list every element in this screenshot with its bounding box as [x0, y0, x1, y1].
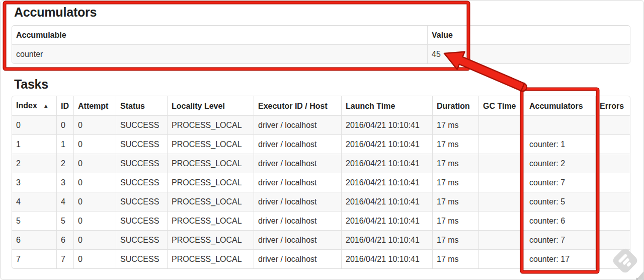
spark-stage-page: Accumulators Accumulable Value counter 4…: [0, 0, 644, 269]
cell-duration: 17 ms: [432, 192, 478, 211]
table-row: counter 45: [12, 44, 630, 63]
cell-launch-time: 2016/04/21 10:10:41: [341, 134, 432, 154]
cell-locality: PROCESS_LOCAL: [167, 154, 254, 173]
cell-executor: driver / localhost: [254, 173, 341, 192]
cell-index: 0: [12, 115, 56, 134]
tasks-header-duration[interactable]: Duration: [432, 96, 478, 115]
cell-attempt: 0: [73, 115, 116, 134]
cell-index: 1: [12, 134, 56, 154]
cell-executor: driver / localhost: [254, 154, 341, 173]
cell-attempt: 0: [73, 173, 116, 192]
cell-index: 5: [12, 211, 56, 230]
cell-launch-time: 2016/04/21 10:10:41: [341, 115, 432, 134]
tasks-header-locality-level[interactable]: Locality Level: [167, 96, 254, 115]
cell-attempt: 0: [73, 249, 116, 268]
table-row: 7 7 0 SUCCESS PROCESS_LOCAL driver / loc…: [12, 249, 630, 268]
cell-attempt: 0: [73, 211, 116, 230]
tasks-header-status[interactable]: Status: [116, 96, 167, 115]
tasks-header-index[interactable]: Index▲: [12, 96, 56, 115]
cell-accumulators: [525, 115, 595, 134]
tasks-header-launch-time[interactable]: Launch Time: [341, 96, 432, 115]
tasks-header-attempt[interactable]: Attempt: [73, 96, 116, 115]
tasks-header-executor-id-host[interactable]: Executor ID / Host: [254, 96, 341, 115]
table-row: 6 6 0 SUCCESS PROCESS_LOCAL driver / loc…: [12, 230, 630, 249]
tasks-header-row: Index▲ ID Attempt Status Locality Level …: [12, 96, 630, 115]
cell-accumulators: counter: 2: [525, 154, 595, 173]
table-row: 1 1 0 SUCCESS PROCESS_LOCAL driver / loc…: [12, 134, 630, 154]
cell-gc-time: [478, 211, 525, 230]
cell-gc-time: [478, 249, 525, 268]
cell-value: 45: [427, 44, 630, 63]
cell-duration: 17 ms: [432, 211, 478, 230]
cell-accumulators: counter: 7: [525, 173, 595, 192]
cell-attempt: 0: [73, 154, 116, 173]
cell-executor: driver / localhost: [254, 115, 341, 134]
cell-index: 7: [12, 249, 56, 268]
cell-locality: PROCESS_LOCAL: [167, 173, 254, 192]
cell-executor: driver / localhost: [254, 211, 341, 230]
cell-errors: [595, 173, 630, 192]
cell-locality: PROCESS_LOCAL: [167, 115, 254, 134]
cell-errors: [595, 115, 630, 134]
cell-errors: [595, 134, 630, 154]
tasks-header-gc-time[interactable]: GC Time: [478, 96, 525, 115]
table-row: 0 0 0 SUCCESS PROCESS_LOCAL driver / loc…: [12, 115, 630, 134]
cell-status: SUCCESS: [116, 192, 167, 211]
cell-executor: driver / localhost: [254, 192, 341, 211]
tasks-header-id[interactable]: ID: [56, 96, 73, 115]
cell-id: 1: [56, 134, 73, 154]
tasks-header-errors[interactable]: Errors: [595, 96, 630, 115]
cell-executor: driver / localhost: [254, 230, 341, 249]
cell-duration: 17 ms: [432, 230, 478, 249]
cell-gc-time: [478, 115, 525, 134]
cell-id: 2: [56, 154, 73, 173]
cell-id: 7: [56, 249, 73, 268]
cell-status: SUCCESS: [116, 249, 167, 268]
table-row: 3 3 0 SUCCESS PROCESS_LOCAL driver / loc…: [12, 173, 630, 192]
cell-accumulators: counter: 6: [525, 211, 595, 230]
cell-gc-time: [478, 154, 525, 173]
cell-duration: 17 ms: [432, 249, 478, 268]
cell-index: 3: [12, 173, 56, 192]
cell-id: 3: [56, 173, 73, 192]
cell-status: SUCCESS: [116, 211, 167, 230]
cell-attempt: 0: [73, 230, 116, 249]
tasks-header-accumulators[interactable]: Accumulators: [525, 96, 595, 115]
tasks-section-title: Tasks: [14, 77, 630, 91]
table-row: 4 4 0 SUCCESS PROCESS_LOCAL driver / loc…: [12, 192, 630, 211]
sort-ascending-icon: ▲: [43, 103, 49, 109]
cell-attempt: 0: [73, 192, 116, 211]
cell-duration: 17 ms: [432, 173, 478, 192]
cell-locality: PROCESS_LOCAL: [167, 192, 254, 211]
accumulators-header-value: Value: [427, 26, 630, 44]
cell-duration: 17 ms: [432, 154, 478, 173]
cell-locality: PROCESS_LOCAL: [167, 134, 254, 154]
cell-index: 4: [12, 192, 56, 211]
cell-id: 0: [56, 115, 73, 134]
cell-locality: PROCESS_LOCAL: [167, 230, 254, 249]
cell-launch-time: 2016/04/21 10:10:41: [341, 249, 432, 268]
cell-index: 6: [12, 230, 56, 249]
cell-executor: driver / localhost: [254, 249, 341, 268]
cell-accumulators: counter: 7: [525, 230, 595, 249]
cell-index: 2: [12, 154, 56, 173]
cell-status: SUCCESS: [116, 115, 167, 134]
cell-locality: PROCESS_LOCAL: [167, 249, 254, 268]
cell-gc-time: [478, 230, 525, 249]
cell-status: SUCCESS: [116, 173, 167, 192]
accumulators-header-accumulable: Accumulable: [12, 26, 427, 44]
cell-errors: [595, 211, 630, 230]
table-row: 5 5 0 SUCCESS PROCESS_LOCAL driver / loc…: [12, 211, 630, 230]
table-row: 2 2 0 SUCCESS PROCESS_LOCAL driver / loc…: [12, 154, 630, 173]
cell-launch-time: 2016/04/21 10:10:41: [341, 230, 432, 249]
tasks-table: Index▲ ID Attempt Status Locality Level …: [12, 96, 630, 269]
cell-id: 5: [56, 211, 73, 230]
cell-id: 6: [56, 230, 73, 249]
accumulators-section-title: Accumulators: [14, 5, 630, 19]
accumulators-table: Accumulable Value counter 45: [12, 25, 630, 64]
cell-executor: driver / localhost: [254, 134, 341, 154]
accumulators-header-row: Accumulable Value: [12, 26, 630, 44]
cell-attempt: 0: [73, 134, 116, 154]
cell-errors: [595, 192, 630, 211]
cell-accumulators: counter: 5: [525, 192, 595, 211]
